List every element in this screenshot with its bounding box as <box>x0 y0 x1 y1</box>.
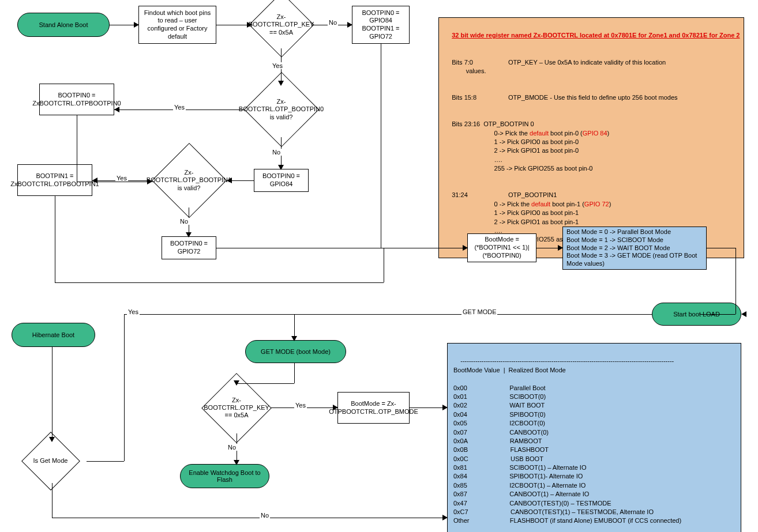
process-bootmode-calc: BootMode = (*BOOTPIN1 << 1)|(*BOOTPIN0) <box>467 233 536 262</box>
edge-label-yes: Yes <box>127 308 140 315</box>
terminal-stand-alone-boot: Stand Alone Boot <box>17 13 110 37</box>
decision-otp-key-1: Zx-BOOTCTRL.OTP_KEY == 0x5A <box>248 1 314 48</box>
process-bootmode-otp: BootMode = Zx-OTPBOOTCTRL.OTP_BMODE <box>337 392 410 424</box>
process-bootpin0-otp: BOOTPIN0 = ZxBOOTCTRL.OTPBOOTPIN0 <box>39 84 114 115</box>
note-line: 1 -> Pick GPIO0 as boot pin-1 <box>494 209 579 216</box>
process-find-boot-pins: Findout which boot pins to read – user c… <box>138 6 216 44</box>
process-label: BOOTPIN1 = ZxBOOTCTRL.OTPBOOTPIN1 <box>10 172 99 188</box>
terminal-watchdog-flash: Enable Watchdog Boot to Flash <box>180 464 269 488</box>
note-line: boot pin-1 ( <box>550 201 584 207</box>
decision-bootpin0-valid: Zx-BOOTCTRL.OTP_BOOTPIN0 is valid? <box>239 81 323 138</box>
terminal-label: GET MODE (boot Mode) <box>261 348 331 355</box>
process-label: BOOTPIN0 = GPIO84 <box>258 172 305 188</box>
process-label: BOOTPIN0 = ZxBOOTCTRL.OTPBOOTPIN0 <box>32 92 121 108</box>
note-line: OTP_BMODE - Use this field to define upt… <box>508 94 677 101</box>
note-title: 32 bit wide register named Zx-BOOTCTRL l… <box>452 32 740 39</box>
process-bootpin1-default: BOOTPIN0 = GPIO72 <box>162 236 216 259</box>
annotation-label: Boot Mode = 0 -> Parallel Boot Mode Boot… <box>566 228 703 268</box>
note-line: default <box>530 130 549 137</box>
edge-label-yes: Yes <box>271 62 284 69</box>
decision-otp-key-2: Zx-BOOTCTRL.OTP_KEY == 0x5A <box>199 380 274 435</box>
edge-label-no: No <box>328 19 338 26</box>
decision-label: Is Get Mode <box>33 457 68 465</box>
note-line: boot pin-0 ( <box>549 130 583 137</box>
process-label: Findout which boot pins to read – user c… <box>142 9 212 41</box>
annotation-boot-modes: Boot Mode = 0 -> Parallel Boot Mode Boot… <box>562 227 707 270</box>
note-sep: ----------------------------------------… <box>460 357 674 364</box>
note-line: OTP_BOOTPIN1 <box>508 191 557 198</box>
decision-label: Zx-BOOTCTRL.OTP_KEY == 0x5A <box>249 13 314 36</box>
process-bootpin1-otp: BOOTPIN1 = ZxBOOTCTRL.OTPBOOTPIN1 <box>17 164 92 196</box>
note-line: default <box>531 201 550 207</box>
decision-label: Zx-BOOTCTRL.OTP_KEY == 0x5A <box>204 397 269 420</box>
note-line: 0 -> Pick the <box>494 201 532 207</box>
note-line: 2 -> Pick GPIO1 as boot pin-0 <box>494 147 579 154</box>
note-line: OTP_KEY – Use 0x5A to indicate validity … <box>508 59 666 66</box>
note-line: Bits 23:16 OTP_BOOTPIN 0 <box>452 120 534 127</box>
decision-label: Zx-BOOTCTRL.OTP_BOOTPIN1 is valid? <box>147 169 231 192</box>
note-line: GPIO 72 <box>584 201 609 207</box>
note-table-body: 0x00 Parallel Boot 0x01 SCIBOOT(0) 0x02 … <box>453 384 681 525</box>
edge-label-no: No <box>179 218 189 225</box>
edge-label-get-mode: GET MODE <box>461 308 497 315</box>
note-line: GPIO 84 <box>583 130 607 137</box>
note-line: Bits 15:8 <box>452 94 476 101</box>
process-label: BOOTPIN0 = GPIO84 BOOTPIN1 = GPIO72 <box>356 9 406 41</box>
decision-label: Zx-BOOTCTRL.OTP_BOOTPIN0 is valid? <box>239 98 324 121</box>
flowchart-canvas: Stand Alone Boot Findout which boot pins… <box>0 0 758 532</box>
note-header: BootMode Value | Realized Boot Mode <box>453 367 566 373</box>
edge-label-no: No <box>260 512 270 519</box>
decision-bootpin1-valid: Zx-BOOTCTRL.OTP_BOOTPIN1 is valid? <box>147 152 231 209</box>
terminal-label: Hibernate Boot <box>32 331 74 338</box>
note-line: ) <box>607 130 610 137</box>
terminal-get-mode: GET MODE (boot Mode) <box>245 340 346 363</box>
decision-is-get-mode: Is Get Mode <box>12 438 89 484</box>
note-line: 0-> Pick the <box>494 130 530 137</box>
note-line: 31:24 <box>452 191 468 198</box>
terminal-hibernate-boot: Hibernate Boot <box>12 323 95 347</box>
process-label: BOOTPIN0 = GPIO72 <box>166 240 212 256</box>
process-default-pins: BOOTPIN0 = GPIO84 BOOTPIN1 = GPIO72 <box>352 6 410 44</box>
note-line: values. <box>466 67 486 74</box>
process-label: BootMode = Zx-OTPBOOTCTRL.OTP_BMODE <box>329 400 418 416</box>
edge-label-no: No <box>227 444 237 451</box>
note-line: …. <box>494 156 502 163</box>
process-bootpin0-default: BOOTPIN0 = GPIO84 <box>254 169 309 192</box>
terminal-label: Stand Alone Boot <box>39 21 88 28</box>
note-line: ) <box>609 201 611 207</box>
note-boot-mode-table: ----------------------------------------… <box>447 343 741 532</box>
terminal-label: Enable Watchdog Boot to Flash <box>186 469 263 483</box>
edge-label-yes: Yes <box>173 104 186 111</box>
note-bootctrl-register: 32 bit wide register named Zx-BOOTCTRL l… <box>438 17 744 258</box>
edge-label-no: No <box>271 149 282 156</box>
process-label: BootMode = (*BOOTPIN1 << 1)|(*BOOTPIN0) <box>471 236 532 259</box>
note-line: 1 -> Pick GPIO0 as boot pin-0 <box>494 138 579 145</box>
note-line: 2 -> Pick GPIO1 as boot pin-1 <box>494 218 579 225</box>
edge-label-yes: Yes <box>294 402 307 409</box>
note-line: Bits 7:0 <box>452 59 473 66</box>
edge-label-yes: Yes <box>115 175 128 182</box>
note-line: 255 -> Pick GPIO255 as boot pin-0 <box>494 165 593 172</box>
